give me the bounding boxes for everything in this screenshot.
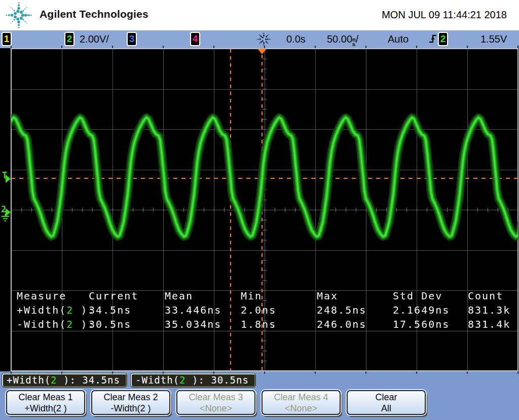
channel-4-button[interactable]: 4: [190, 32, 200, 46]
meas-value: 1.8ns: [241, 318, 276, 330]
channel-2-button[interactable]: 2: [64, 32, 75, 46]
meas-col-header: Measure: [17, 290, 66, 302]
softkey-bar: Clear Meas 1+Width(2 ) Clear Meas 2-Widt…: [0, 389, 519, 420]
division-tick: [365, 371, 366, 374]
meas-row-label: +Width(2 ):: [17, 304, 95, 316]
waveform-display: T 2 Measure Current Mean Min Max Std Dev…: [0, 48, 519, 371]
meas-value: 2.1649ns: [393, 304, 450, 316]
division-tick: [416, 371, 417, 374]
clear-meas-3-button: Clear Meas 3<None>: [176, 390, 255, 415]
meas-value: 831.3k: [468, 304, 510, 316]
meas-col-header: Count: [468, 290, 503, 302]
agilent-spark-logo-icon: [4, 1, 33, 30]
meas-col-header: Max: [317, 290, 338, 302]
meas-value: 30.5ns: [89, 318, 131, 330]
meas-value: 2.0ns: [241, 304, 276, 316]
meas-value: 35.034ns: [165, 318, 221, 330]
header: Agilent Technologies MON JUL 09 11:44:21…: [0, 0, 519, 30]
trigger-level-readout: 1.55V: [480, 33, 507, 45]
trigger-level-marker-icon[interactable]: [6, 175, 11, 183]
oscilloscope-screen: Agilent Technologies MON JUL 09 11:44:21…: [0, 0, 519, 420]
datetime-display: MON JUL 09 11:44:21 2018: [382, 9, 507, 21]
division-tick: [112, 371, 113, 374]
timebase-value: 50.00: [327, 33, 352, 45]
division-tick: [163, 371, 164, 374]
division-tick: [61, 371, 62, 374]
minus-width-readout: -Width(2 ): 30.5ns: [131, 373, 255, 387]
meas-value: 33.446ns: [165, 304, 221, 316]
channel-2-scale: 2.00V/: [80, 33, 109, 45]
meas-col-header: Mean: [165, 290, 193, 302]
meas-value: 248.5ns: [317, 304, 366, 316]
clear-meas-2-button[interactable]: Clear Meas 2-Width(2 ): [91, 390, 170, 415]
ground-symbol-icon: [1, 214, 10, 222]
clear-meas-4-button: Clear Meas 4<None>: [262, 390, 341, 415]
timebase-unit: ns: [352, 37, 356, 47]
division-tick: [315, 371, 316, 374]
meas-value: 34.5ns: [89, 304, 131, 316]
meas-value: 246.0ns: [317, 318, 366, 330]
division-tick: [213, 371, 214, 374]
timebase-readout: 50.00ns/: [327, 33, 358, 47]
division-tick: [517, 371, 518, 374]
spark-delay-icon: [256, 31, 272, 47]
trigger-source-indicator[interactable]: 2: [438, 32, 448, 46]
meas-col-header: Std Dev: [393, 290, 442, 302]
clear-meas-1-button[interactable]: Clear Meas 1+Width(2 ): [6, 390, 85, 415]
division-tick: [11, 371, 12, 374]
channel-1-button[interactable]: 1: [2, 32, 12, 46]
status-bar: 1 2 2.00V/ 3 4 0.0s 50.00ns/ Auto 2 1.55…: [0, 30, 519, 48]
channel-3-button[interactable]: 3: [127, 32, 137, 46]
meas-col-header: Current: [89, 290, 138, 302]
meas-value: 831.4k: [468, 318, 510, 330]
trigger-mode-readout: Auto: [388, 33, 409, 45]
meas-value: 17.560ns: [393, 318, 450, 330]
readout-strip: +Width(2 ): 34.5ns -Width(2 ): 30.5ns: [0, 371, 519, 389]
plus-width-readout: +Width(2 ): 34.5ns: [2, 373, 127, 387]
trigger-edge-icon: [429, 33, 437, 44]
division-tick: [467, 371, 468, 374]
horizontal-position-readout: 0.0s: [286, 33, 306, 45]
brand-title: Agilent Technologies: [40, 8, 149, 20]
meas-row-label: -Width(2 ):: [17, 318, 95, 330]
clear-all-button[interactable]: ClearAll: [347, 390, 426, 415]
meas-col-header: Min: [241, 290, 262, 302]
division-tick: [264, 371, 265, 374]
